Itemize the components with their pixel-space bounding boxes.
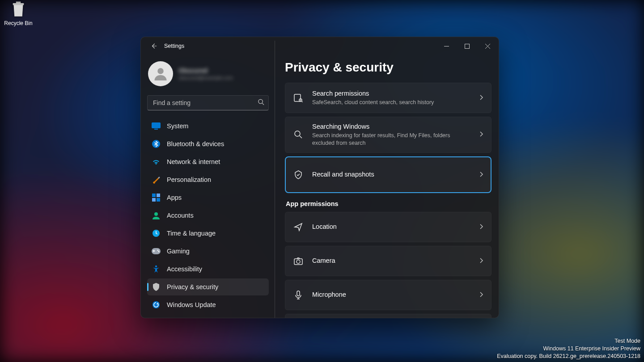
shield-icon bbox=[152, 282, 161, 291]
microphone-icon bbox=[293, 290, 303, 300]
minimize-button[interactable] bbox=[436, 39, 457, 53]
profile-block[interactable]: Obscured obscured@example.com bbox=[146, 59, 270, 93]
clock-icon bbox=[152, 229, 161, 238]
back-arrow-icon bbox=[151, 43, 157, 49]
wifi-icon bbox=[152, 157, 161, 166]
svg-point-21 bbox=[297, 260, 300, 263]
nav-item-gaming[interactable]: Gaming bbox=[147, 243, 269, 260]
svg-rect-17 bbox=[294, 94, 301, 101]
card-voice-activation[interactable]: Voice activation bbox=[285, 314, 491, 318]
card-title: Microphone bbox=[312, 290, 470, 299]
chevron-right-icon bbox=[479, 291, 484, 299]
svg-rect-7 bbox=[157, 194, 160, 197]
nav-label: Windows Update bbox=[167, 301, 216, 308]
window-title: Settings bbox=[164, 43, 184, 49]
svg-point-10 bbox=[154, 212, 158, 216]
nav-label: Personalization bbox=[167, 176, 211, 183]
nav-label: Bluetooth & devices bbox=[167, 140, 224, 147]
camera-icon bbox=[293, 256, 303, 266]
desktop-watermark: Test Mode Windows 11 Enterprise Insider … bbox=[497, 337, 640, 360]
chevron-right-icon bbox=[479, 94, 484, 102]
card-title: Camera bbox=[312, 257, 470, 265]
nav-label: Gaming bbox=[167, 248, 190, 255]
svg-rect-4 bbox=[154, 129, 158, 130]
svg-point-2 bbox=[258, 99, 263, 103]
nav-item-personalization[interactable]: Personalization bbox=[147, 171, 269, 188]
paintbrush-icon bbox=[152, 175, 161, 184]
svg-rect-8 bbox=[152, 198, 156, 202]
location-icon bbox=[293, 222, 303, 232]
svg-rect-0 bbox=[465, 44, 469, 48]
sidebar: Obscured obscured@example.com System Blu… bbox=[141, 55, 275, 318]
card-subtitle: Search indexing for faster results, Find… bbox=[312, 132, 470, 147]
card-title: Search permissions bbox=[312, 89, 470, 98]
svg-rect-3 bbox=[152, 122, 161, 128]
card-subtitle: SafeSearch, cloud content search, search… bbox=[312, 99, 470, 106]
chevron-right-icon bbox=[479, 130, 484, 139]
chevron-right-icon bbox=[479, 257, 484, 265]
svg-point-14 bbox=[158, 251, 160, 253]
gaming-icon bbox=[152, 247, 161, 256]
card-recall-snapshots[interactable]: Recall and snapshots bbox=[285, 156, 491, 193]
back-button[interactable] bbox=[147, 39, 161, 53]
card-title: Location bbox=[312, 223, 470, 231]
maximize-icon bbox=[465, 44, 470, 49]
card-title: Searching Windows bbox=[312, 122, 470, 131]
recycle-bin-icon bbox=[9, 0, 28, 19]
system-icon bbox=[152, 122, 161, 130]
section-header-app-permissions: App permissions bbox=[286, 200, 491, 207]
update-icon bbox=[152, 300, 161, 309]
nav-label: Time & language bbox=[167, 230, 216, 237]
card-search-permissions[interactable]: Search permissionsSafeSearch, cloud cont… bbox=[285, 83, 491, 113]
settings-window: Settings Obscured obscured@example.com S… bbox=[140, 37, 499, 318]
nav-item-update[interactable]: Windows Update bbox=[147, 296, 269, 313]
nav-item-network[interactable]: Network & internet bbox=[147, 153, 269, 170]
avatar bbox=[148, 61, 173, 86]
person-icon bbox=[153, 66, 169, 82]
svg-point-13 bbox=[157, 250, 159, 251]
nav-label: Apps bbox=[167, 194, 182, 201]
nav-label: Accessibility bbox=[167, 265, 202, 273]
nav-item-apps[interactable]: Apps bbox=[147, 189, 269, 206]
content-area: Privacy & security Search permissionsSaf… bbox=[275, 55, 499, 318]
search-permissions-icon bbox=[293, 93, 303, 103]
accounts-icon bbox=[152, 211, 161, 220]
svg-rect-6 bbox=[152, 194, 156, 197]
nav-label: Network & internet bbox=[167, 158, 220, 165]
svg-point-1 bbox=[157, 68, 164, 74]
svg-point-15 bbox=[155, 265, 157, 267]
nav-list: System Bluetooth & devices Network & int… bbox=[146, 117, 270, 318]
desktop-icon-label: Recycle Bin bbox=[3, 20, 34, 26]
recall-icon bbox=[293, 170, 303, 180]
minimize-icon bbox=[444, 44, 449, 49]
nav-item-privacy[interactable]: Privacy & security bbox=[147, 278, 269, 295]
profile-email: obscured@example.com bbox=[178, 75, 233, 80]
nav-label: System bbox=[167, 122, 188, 130]
nav-item-system[interactable]: System bbox=[147, 118, 269, 135]
nav-item-time[interactable]: Time & language bbox=[147, 225, 269, 242]
nav-item-accounts[interactable]: Accounts bbox=[147, 207, 269, 224]
desktop-icon-recycle-bin[interactable]: Recycle Bin bbox=[3, 0, 34, 26]
maximize-button[interactable] bbox=[457, 39, 477, 53]
accessibility-icon bbox=[152, 265, 161, 274]
titlebar: Settings bbox=[141, 37, 499, 55]
card-microphone[interactable]: Microphone bbox=[285, 280, 491, 310]
bluetooth-icon bbox=[152, 139, 161, 148]
svg-rect-22 bbox=[297, 291, 300, 296]
chevron-right-icon bbox=[479, 171, 484, 179]
close-button[interactable] bbox=[477, 39, 498, 53]
chevron-right-icon bbox=[479, 223, 484, 231]
search-input[interactable] bbox=[147, 95, 269, 110]
card-searching-windows[interactable]: Searching WindowsSearch indexing for fas… bbox=[285, 117, 491, 153]
nav-item-bluetooth[interactable]: Bluetooth & devices bbox=[147, 135, 269, 152]
svg-rect-9 bbox=[157, 198, 160, 202]
svg-point-19 bbox=[295, 131, 300, 136]
nav-label: Privacy & security bbox=[167, 283, 218, 290]
card-location[interactable]: Location bbox=[285, 212, 491, 242]
profile-name: Obscured bbox=[178, 67, 233, 74]
search-box[interactable] bbox=[147, 95, 269, 110]
page-title: Privacy & security bbox=[285, 60, 491, 75]
nav-item-accessibility[interactable]: Accessibility bbox=[147, 261, 269, 278]
card-camera[interactable]: Camera bbox=[285, 246, 491, 276]
nav-label: Accounts bbox=[167, 212, 194, 219]
